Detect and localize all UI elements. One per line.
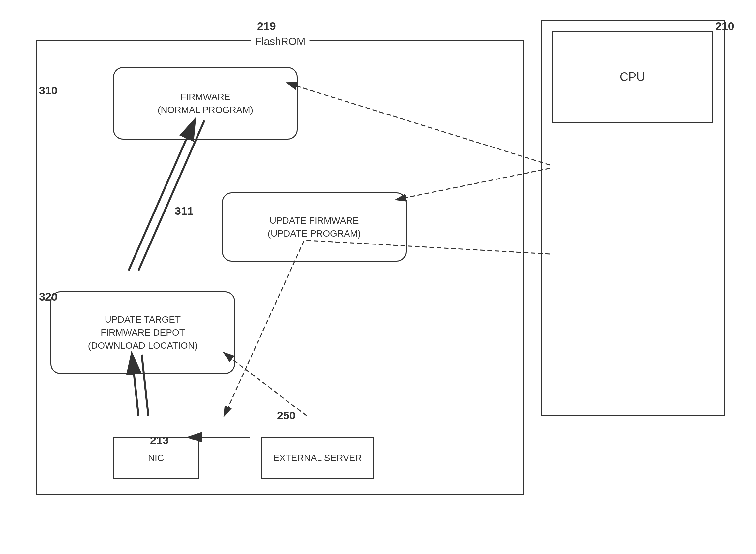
firmware-depot-label: UPDATE TARGET FIRMWARE DEPOT (DOWNLOAD L… — [88, 313, 197, 352]
ref-213: 213 — [150, 434, 169, 447]
diagram-container: 219 210 FlashROM FIRMWARE (NORMAL PROGRA… — [26, 20, 732, 535]
cpu-outer-box: CPU EXECUTE FIRMWARE UPDATE (EXTRACTION)… — [541, 20, 726, 416]
external-server-label: EXTERNAL SERVER — [273, 451, 362, 464]
flashrom-label: FlashROM — [251, 35, 310, 48]
cpu-label: CPU — [620, 70, 645, 84]
firmware-normal-box: FIRMWARE (NORMAL PROGRAM) — [113, 67, 298, 140]
firmware-depot-box: UPDATE TARGET FIRMWARE DEPOT (DOWNLOAD L… — [51, 291, 235, 374]
flashrom-box: FlashROM FIRMWARE (NORMAL PROGRAM) UPDAT… — [36, 40, 524, 495]
ref-320: 320 — [39, 290, 58, 303]
firmware-update-box: UPDATE FIRMWARE (UPDATE PROGRAM) — [222, 192, 406, 262]
ref-311: 311 — [175, 205, 194, 217]
firmware-update-label: UPDATE FIRMWARE (UPDATE PROGRAM) — [268, 214, 361, 240]
nic-label: NIC — [148, 451, 164, 464]
ref-310: 310 — [39, 84, 58, 97]
ref-219: 219 — [257, 20, 276, 33]
ref-250: 250 — [277, 409, 296, 422]
firmware-normal-label: FIRMWARE (NORMAL PROGRAM) — [158, 91, 253, 116]
cpu-box: CPU — [552, 31, 713, 123]
external-server-box: EXTERNAL SERVER — [261, 437, 374, 480]
